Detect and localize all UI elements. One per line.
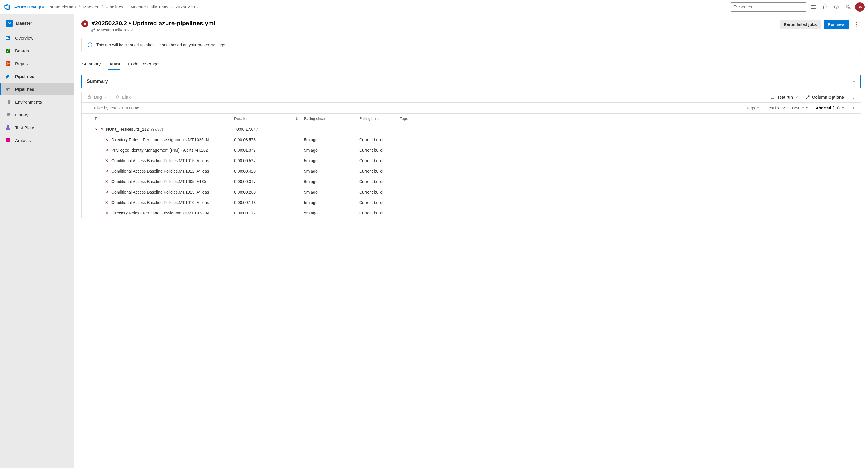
work-items-icon[interactable] bbox=[809, 2, 818, 12]
tab-tests[interactable]: Tests bbox=[108, 59, 120, 70]
svg-point-9 bbox=[836, 8, 837, 8]
sidebar-sub-environments[interactable]: Environments bbox=[0, 95, 74, 108]
group-row[interactable]: NUnit_TestResults_212 (37/57) 0:00:17.04… bbox=[82, 124, 861, 135]
filter-bar: Tags Test file Owner Aborted (+1) bbox=[82, 103, 861, 113]
breadcrumb-pipelines[interactable]: Pipelines bbox=[105, 4, 123, 9]
plus-icon[interactable]: + bbox=[65, 20, 68, 26]
svg-point-35 bbox=[856, 22, 857, 23]
col-duration[interactable]: Duration bbox=[234, 116, 304, 121]
table-row[interactable]: Conditional Access Baseline Policies.MT.… bbox=[82, 197, 861, 208]
list-icon bbox=[770, 95, 775, 99]
filter-testfile[interactable]: Test file bbox=[767, 106, 785, 110]
sidebar-item-pipelines[interactable]: Pipelines bbox=[0, 70, 74, 83]
fail-icon bbox=[105, 180, 108, 183]
col-tags[interactable]: Tags bbox=[400, 116, 856, 121]
filter-owner[interactable]: Owner bbox=[792, 106, 809, 110]
failing-build-cell: Current build bbox=[359, 179, 400, 184]
testrun-dropdown[interactable]: Test run bbox=[770, 95, 798, 99]
sidebar-item-label: Environments bbox=[15, 99, 42, 105]
sidebar-item-overview[interactable]: Overview bbox=[0, 31, 74, 44]
table-row[interactable]: Privileged Identity Management (PIM) - A… bbox=[82, 145, 861, 155]
sidebar-item-label: Repos bbox=[15, 61, 28, 66]
svg-point-11 bbox=[847, 6, 848, 7]
library-icon bbox=[5, 112, 11, 118]
sidebar: M Maester + Overview Boards Repos Pipeli… bbox=[0, 14, 74, 468]
sidebar-item-repos[interactable]: Repos bbox=[0, 57, 74, 70]
fail-icon bbox=[105, 159, 108, 163]
project-header[interactable]: M Maester + bbox=[2, 16, 72, 30]
search-box[interactable] bbox=[731, 2, 806, 12]
duration-cell: 0:00:00.117 bbox=[234, 211, 304, 215]
svg-point-12 bbox=[848, 7, 850, 9]
settings-icon[interactable] bbox=[843, 2, 853, 12]
table-row[interactable]: Conditional Access Baseline Policies.MT.… bbox=[82, 187, 861, 197]
tab-coverage[interactable]: Code Coverage bbox=[127, 59, 159, 70]
failing-build-cell: Current build bbox=[359, 148, 400, 152]
duration-cell: 0:00:03.573 bbox=[234, 137, 304, 142]
svg-line-30 bbox=[9, 113, 9, 116]
column-options-button[interactable]: Column Options bbox=[805, 95, 844, 99]
bug-button[interactable]: Bug bbox=[87, 95, 107, 99]
col-failing-build[interactable]: Failing build bbox=[359, 116, 400, 121]
table-row[interactable]: Conditional Access Baseline Policies.MT.… bbox=[82, 176, 861, 187]
azure-devops-link[interactable]: Azure DevOps bbox=[14, 4, 44, 9]
link-button[interactable]: Link bbox=[115, 95, 131, 99]
breadcrumb-org[interactable]: brianveldman bbox=[50, 4, 76, 9]
tab-summary[interactable]: Summary bbox=[82, 59, 101, 70]
filter-toggle-icon[interactable] bbox=[851, 95, 856, 99]
filter-outcome[interactable]: Aborted (+1) bbox=[816, 106, 844, 110]
clear-filters-icon[interactable] bbox=[851, 106, 856, 110]
test-name: Conditional Access Baseline Policies.MT.… bbox=[112, 190, 209, 195]
breadcrumb-run[interactable]: 20250220.2 bbox=[176, 4, 198, 9]
summary-panel[interactable]: Summary bbox=[82, 75, 861, 88]
table-row[interactable]: Conditional Access Baseline Policies.MT.… bbox=[82, 166, 861, 176]
more-actions-icon[interactable] bbox=[852, 20, 861, 29]
sidebar-item-boards[interactable]: Boards bbox=[0, 44, 74, 57]
duration-cell: 0:00:00.527 bbox=[234, 158, 304, 163]
sidebar-item-label: Overview bbox=[15, 35, 33, 40]
chevron-down-icon bbox=[852, 80, 856, 84]
failing-since-cell: 5m ago bbox=[304, 158, 359, 163]
failing-build-cell: Current build bbox=[359, 169, 400, 173]
rerun-failed-button[interactable]: Rerun failed jobs bbox=[780, 20, 821, 29]
sidebar-sub-pipelines[interactable]: Pipelines bbox=[0, 83, 74, 95]
failing-since-cell: 5m ago bbox=[304, 169, 359, 173]
sidebar-item-label: Pipelines bbox=[15, 74, 34, 79]
help-icon[interactable] bbox=[832, 2, 841, 12]
table-row[interactable]: Directory Roles - Permanent assignments.… bbox=[82, 135, 861, 145]
chevron-down-icon bbox=[756, 107, 760, 110]
sidebar-sub-library[interactable]: Library bbox=[0, 108, 74, 121]
breadcrumb-project[interactable]: Maester bbox=[83, 4, 99, 9]
run-header: #20250220.2 • Updated azure-pipelines.ym… bbox=[82, 20, 861, 32]
run-new-button[interactable]: Run new bbox=[824, 20, 849, 29]
chevron-down-icon[interactable] bbox=[95, 127, 98, 131]
failing-build-cell: Current build bbox=[359, 190, 400, 195]
test-name: Conditional Access Baseline Policies.MT.… bbox=[112, 179, 208, 184]
table-row[interactable]: Conditional Access Baseline Policies.MT.… bbox=[82, 155, 861, 166]
project-badge: M bbox=[6, 20, 13, 27]
search-input[interactable] bbox=[739, 5, 804, 9]
marketplace-icon[interactable] bbox=[820, 2, 830, 12]
main-content: #20250220.2 • Updated azure-pipelines.ym… bbox=[74, 14, 868, 468]
testplans-icon bbox=[5, 124, 11, 131]
col-test[interactable]: Test bbox=[95, 116, 234, 121]
sidebar-item-label: Library bbox=[15, 112, 29, 117]
sort-down-icon bbox=[295, 117, 298, 120]
run-subtitle[interactable]: Maester Daily Tests bbox=[91, 28, 215, 32]
avatar[interactable]: BV bbox=[855, 2, 865, 12]
table-header: Test Duration Failing since Failing buil… bbox=[82, 113, 861, 124]
group-duration: 0:00:17.047 bbox=[237, 127, 306, 131]
col-failing-since[interactable]: Failing since bbox=[304, 116, 359, 121]
fail-status-icon bbox=[82, 20, 88, 27]
svg-rect-15 bbox=[6, 37, 7, 38]
filter-input[interactable] bbox=[94, 106, 181, 110]
filter-tags[interactable]: Tags bbox=[746, 106, 760, 110]
table-row[interactable]: Directory Roles - Permanent assignments.… bbox=[82, 208, 861, 218]
sidebar-item-testplans[interactable]: Test Plans bbox=[0, 121, 74, 134]
failing-build-cell: Current build bbox=[359, 158, 400, 163]
test-name: Conditional Access Baseline Policies.MT.… bbox=[112, 158, 209, 163]
fail-icon bbox=[105, 201, 108, 204]
azure-devops-logo-icon[interactable] bbox=[3, 3, 10, 10]
breadcrumb-pipeline[interactable]: Maester Daily Tests bbox=[130, 4, 168, 9]
sidebar-item-artifacts[interactable]: Artifacts bbox=[0, 134, 74, 147]
